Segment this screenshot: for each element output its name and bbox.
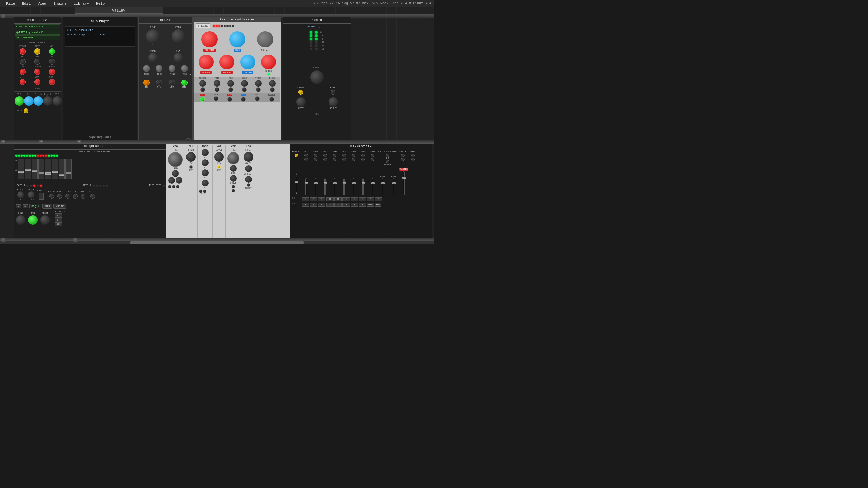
valley-outl-jack[interactable] [255,96,260,101]
horizontal-scrollbar[interactable] [0,241,434,244]
sms-d-knob[interactable] [202,159,209,166]
valley-text-jack[interactable] [241,97,246,102]
sms-pw-knob[interactable] [168,177,175,184]
midi-option-3[interactable]: All channels [15,35,60,40]
mix-ch7-fader[interactable] [362,178,364,195]
stop-jack[interactable] [34,79,40,85]
mix-ch6-jack-l[interactable] [352,154,355,157]
sms-pwm-jack[interactable] [176,185,179,188]
valley-freeze-cv-knob[interactable] [199,80,206,87]
mix-fade-cv-jack[interactable] [295,154,298,157]
depth-knob[interactable] [43,96,53,106]
gate-out-jack[interactable] [24,108,28,113]
mix-mon-btn[interactable]: MON [375,203,382,207]
seq-slide-knob[interactable] [28,191,35,198]
valley-freeze-btn[interactable]: FREEZE [196,23,210,28]
mix-s-btn-7[interactable]: S [351,203,358,207]
mix-chain-jack-2[interactable] [401,158,405,161]
mix-chain-jack-1[interactable] [401,154,405,157]
mix-grp1-fader[interactable] [382,178,383,195]
add-module-mid-1[interactable]: + [1,140,5,144]
seq-cvin-jack[interactable] [49,194,54,199]
mix-ch1-fader[interactable] [305,178,307,195]
seq-copy-all[interactable]: ALL [55,222,63,226]
menu-file[interactable]: File [3,0,18,7]
valley-pitch-knob[interactable] [257,31,273,47]
aft-jack[interactable] [20,59,26,65]
mw-jack[interactable] [49,59,55,65]
mix-ch5-fader[interactable] [343,178,345,195]
sms-pwm-knob[interactable] [176,177,182,184]
audio-left-out-knob[interactable] [296,97,306,107]
menu-engine[interactable]: Engine [50,0,70,7]
seq-slider-2[interactable] [25,159,31,179]
cont-jack[interactable] [49,79,55,85]
mix-s-btn-4[interactable]: S [326,203,334,207]
mix-m-btn-8[interactable]: M [359,197,366,201]
sms-vco-freq-knob[interactable] [168,152,183,167]
mix-dim-btn[interactable]: DIM [367,203,374,207]
add-module-mid-3[interactable]: + [77,140,81,144]
mix-s-btn-1[interactable]: S [302,203,309,207]
mix-s-btn-5[interactable]: S [334,203,342,207]
seq-slider-7[interactable] [59,159,65,179]
seq-slider-4[interactable] [38,159,44,179]
mix-poly-1-8-jack[interactable] [386,154,389,157]
mix-ch8-jack-l[interactable] [371,154,374,157]
seq-copy-8[interactable]: 8 [55,218,63,222]
seq-song-knob[interactable] [16,215,25,225]
add-module-bot-2[interactable]: + [73,238,77,242]
sms-s-knob[interactable] [202,169,209,176]
mix-ch7-jack-l[interactable] [361,154,365,157]
mix-m-btn-1[interactable]: M [302,197,309,201]
valley-blend-knob[interactable] [261,55,276,69]
audio-right-out-knob[interactable] [329,97,338,107]
seq-run-btn[interactable]: RUN [42,204,52,209]
delay-time-knob[interactable] [146,29,160,43]
delay-cv3-knob[interactable] [169,65,175,72]
mix-s-btn-3[interactable]: S [318,203,326,207]
valley-pos-cv-jack[interactable] [228,87,233,92]
delay-fdbk-knob[interactable] [172,29,185,43]
sms-lfo-offset-knob[interactable] [245,176,252,183]
sms-vcf-freq-jack[interactable] [232,185,235,188]
mix-ch8-fader[interactable] [372,178,373,195]
mix-ch1-jack-l[interactable] [304,154,308,157]
sms-clk-freq-knob[interactable] [186,152,196,162]
mix-ch4-jack-r[interactable] [333,158,336,161]
mix-ch2-jack-r[interactable] [314,158,317,161]
mix-grp2-fader[interactable] [393,178,394,195]
seq-cv-out-jack[interactable] [73,194,78,199]
seq-slider-1[interactable] [18,159,24,179]
valley-ingain-knob[interactable] [199,55,214,69]
mix-ch3-fader[interactable] [324,178,326,195]
valley-size-cv-jack[interactable] [242,87,247,92]
mix-m-btn-7[interactable]: M [351,197,358,201]
mix-ch2-fader[interactable] [315,178,316,195]
sms-lfo-freq-knob[interactable] [244,152,253,162]
sms-vcf-freq-knob[interactable] [227,152,239,164]
mix-ch3-jack-l[interactable] [323,154,327,157]
mix-main-jack-1[interactable] [411,154,415,157]
valley-voct-cv-jack[interactable] [256,87,261,92]
mix-s-btn-6[interactable]: S [342,203,350,207]
sms-voct-jack[interactable] [168,185,171,188]
mix-m-btn-9[interactable]: M [367,197,374,201]
valley-texture-knob[interactable] [240,55,255,69]
valley-freeze-cv-jack[interactable] [200,87,205,92]
seq-autostep-toggle[interactable] [39,193,44,200]
seq-reset-jack[interactable] [57,194,62,199]
mix-ch7-jack-r[interactable] [361,158,365,161]
sms-vco-fine-knob[interactable] [172,170,179,177]
sms-lfo-reset-jack[interactable] [247,183,250,187]
mix-ch3-jack-r[interactable] [323,158,327,161]
mix-m-btn-4[interactable]: M [326,197,334,201]
valley-trig-cv-knob[interactable] [214,80,220,87]
seq-next-btn[interactable]: ► [23,204,28,208]
audio-lmon-jack[interactable] [298,90,303,95]
sms-vca-level-knob[interactable] [214,152,224,162]
mix-m-btn-3[interactable]: M [318,197,326,201]
menu-help[interactable]: Help [93,0,108,7]
strt-jack[interactable] [20,79,26,85]
mix-m-btn-6[interactable]: M [342,197,350,201]
